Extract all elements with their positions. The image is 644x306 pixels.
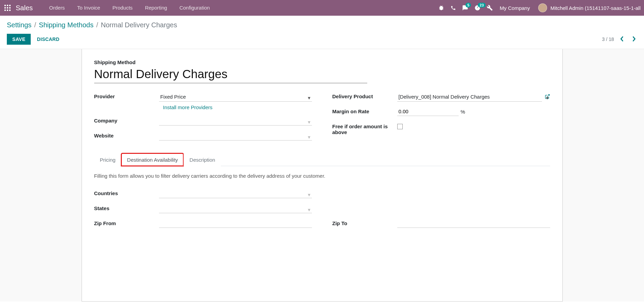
debug-icon[interactable] — [438, 5, 444, 11]
menu-configuration[interactable]: Configuration — [173, 0, 216, 16]
systray: 5 23 — [438, 5, 493, 11]
breadcrumb-sep: / — [96, 21, 98, 29]
svg-rect-1 — [7, 5, 8, 6]
provider-value: Fixed Price — [160, 94, 186, 100]
free-if-checkbox[interactable] — [397, 124, 403, 129]
breadcrumb-sep: / — [34, 21, 36, 29]
states-select[interactable]: ▾ — [159, 204, 312, 213]
provider-label: Provider — [94, 92, 159, 99]
percent-symbol: % — [461, 109, 465, 115]
control-panel: Settings / Shipping Methods / Normal Del… — [0, 16, 644, 49]
menu-orders[interactable]: Orders — [43, 0, 71, 16]
caret-down-icon: ▾ — [308, 192, 311, 198]
messages-badge: 5 — [466, 3, 471, 8]
pager-text[interactable]: 3 / 18 — [602, 37, 614, 42]
zip-to-input[interactable] — [397, 219, 550, 228]
pager: 3 / 18 — [602, 35, 637, 44]
breadcrumb-link-shipping-methods[interactable]: Shipping Methods — [39, 21, 94, 29]
svg-rect-6 — [4, 10, 6, 11]
company-switcher[interactable]: My Company — [500, 5, 530, 11]
caret-down-icon: ▾ — [308, 95, 311, 101]
username: Mitchell Admin (15141107-saas-15-1-all — [550, 5, 641, 11]
svg-rect-3 — [4, 7, 6, 9]
top-menu: Orders To Invoice Products Reporting Con… — [43, 0, 216, 16]
tools-icon[interactable] — [487, 5, 493, 11]
svg-rect-8 — [9, 10, 11, 11]
shipping-method-label: Shipping Method — [94, 59, 550, 65]
user-menu[interactable]: Mitchell Admin (15141107-saas-15-1-all — [538, 3, 641, 12]
zip-from-input[interactable] — [159, 219, 312, 228]
pager-next-icon[interactable] — [630, 35, 637, 44]
activities-icon[interactable]: 23 — [474, 5, 481, 11]
zip-to-label: Zip To — [332, 219, 397, 226]
provider-select[interactable]: Fixed Price ▾ — [159, 92, 312, 102]
form-sheet: Shipping Method Provider Fixed Price ▾ I… — [82, 49, 563, 302]
caret-down-icon: ▾ — [308, 134, 311, 140]
caret-down-icon: ▾ — [546, 95, 549, 101]
margin-label: Margin on Rate — [332, 107, 397, 114]
svg-rect-2 — [9, 5, 11, 6]
breadcrumb: Settings / Shipping Methods / Normal Del… — [7, 21, 637, 29]
shipping-method-name-input[interactable] — [94, 67, 367, 83]
app-title[interactable]: Sales — [16, 4, 33, 12]
phone-icon[interactable] — [450, 5, 456, 11]
notebook-tabs: Pricing Destination Availability Descrip… — [94, 153, 550, 166]
delivery-product-value: [Delivery_008] Normal Delivery Charges — [399, 94, 490, 100]
caret-down-icon: ▾ — [308, 207, 311, 213]
tab-pricing[interactable]: Pricing — [94, 153, 121, 166]
breadcrumb-link-settings[interactable]: Settings — [7, 21, 31, 29]
company-label: Company — [94, 116, 159, 123]
svg-rect-4 — [7, 7, 8, 9]
website-select[interactable]: ▾ — [159, 131, 312, 141]
caret-down-icon: ▾ — [308, 119, 311, 125]
destination-helper-text: Filling this form allows you to filter d… — [94, 173, 550, 179]
free-if-label: Free if order amount is above — [332, 122, 397, 135]
delivery-product-label: Delivery Product — [332, 92, 397, 99]
avatar — [538, 3, 547, 12]
tab-destination-availability[interactable]: Destination Availability — [121, 153, 184, 166]
menu-reporting[interactable]: Reporting — [139, 0, 173, 16]
content-area: Shipping Method Provider Fixed Price ▾ I… — [0, 49, 644, 302]
tab-content-destination: Filling this form allows you to filter d… — [94, 166, 550, 236]
svg-rect-5 — [9, 7, 11, 9]
actions-row: SAVE DISCARD 3 / 18 — [7, 34, 637, 49]
tab-description[interactable]: Description — [184, 153, 221, 166]
messages-icon[interactable]: 5 — [462, 5, 468, 11]
margin-input[interactable] — [397, 107, 459, 116]
install-more-providers-link[interactable]: Install more Providers — [159, 102, 213, 112]
states-label: States — [94, 204, 159, 211]
menu-to-invoice[interactable]: To Invoice — [71, 0, 106, 16]
delivery-product-select[interactable]: [Delivery_008] Normal Delivery Charges ▾ — [397, 92, 542, 102]
zip-from-label: Zip From — [94, 219, 159, 226]
discard-button[interactable]: DISCARD — [37, 37, 59, 42]
breadcrumb-current: Normal Delivery Charges — [101, 21, 177, 29]
activities-badge: 23 — [478, 3, 485, 8]
company-select[interactable]: ▾ — [159, 116, 312, 126]
website-label: Website — [94, 131, 159, 139]
apps-icon[interactable] — [3, 4, 12, 12]
countries-select[interactable]: ▾ — [159, 189, 312, 198]
menu-products[interactable]: Products — [106, 0, 139, 16]
svg-rect-7 — [7, 10, 8, 11]
save-button[interactable]: SAVE — [7, 34, 31, 45]
svg-rect-0 — [4, 5, 6, 6]
pager-prev-icon[interactable] — [619, 35, 626, 44]
countries-label: Countries — [94, 189, 159, 196]
main-navbar: Sales Orders To Invoice Products Reporti… — [0, 0, 644, 16]
